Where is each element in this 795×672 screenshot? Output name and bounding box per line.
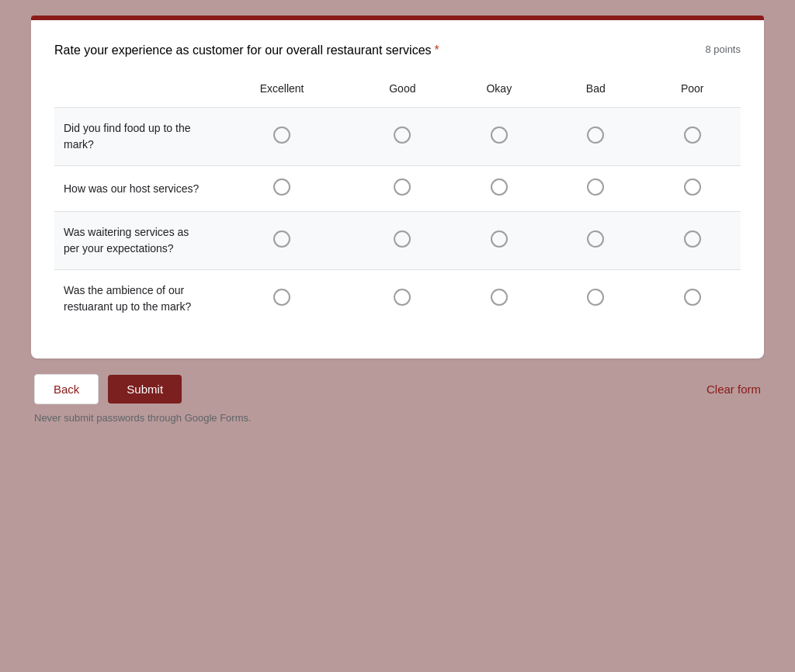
cell-row4-good[interactable] xyxy=(354,270,450,328)
row-label-row3: Was waitering services as per your expec… xyxy=(54,212,210,270)
radio-row1-poor[interactable] xyxy=(684,126,701,144)
radio-row3-bad[interactable] xyxy=(587,230,604,248)
table-row: Was waitering services as per your expec… xyxy=(54,212,741,270)
radio-row4-good[interactable] xyxy=(394,289,411,306)
radio-row2-okay[interactable] xyxy=(491,178,508,196)
question-title: Rate your experience as customer for our… xyxy=(54,43,439,57)
cell-row1-poor[interactable] xyxy=(644,108,741,166)
cell-row2-poor[interactable] xyxy=(644,166,741,212)
cell-row3-bad[interactable] xyxy=(547,212,644,270)
table-header-row: Excellent Good Okay Bad Poor xyxy=(54,76,741,108)
cell-row2-excellent[interactable] xyxy=(210,166,354,212)
radio-row1-excellent[interactable] xyxy=(273,126,290,144)
table-row: How was our host services? xyxy=(54,166,741,212)
cell-row1-excellent[interactable] xyxy=(210,108,354,166)
cell-row4-poor[interactable] xyxy=(644,270,741,328)
form-disclaimer: Never submit passwords through Google Fo… xyxy=(31,412,764,424)
row-label-row4: Was the ambience of our restuarant up to… xyxy=(54,270,210,328)
row-label-row2: How was our host services? xyxy=(54,166,210,212)
rating-table: Excellent Good Okay Bad Poor Did you fin… xyxy=(54,76,741,327)
col-header-excellent: Excellent xyxy=(210,76,354,108)
radio-row2-poor[interactable] xyxy=(684,178,701,196)
clear-form-button[interactable]: Clear form xyxy=(706,383,761,396)
cell-row3-poor[interactable] xyxy=(644,212,741,270)
radio-row2-excellent[interactable] xyxy=(273,178,290,196)
radio-row3-good[interactable] xyxy=(394,230,411,248)
cell-row1-good[interactable] xyxy=(354,108,450,166)
cell-row3-excellent[interactable] xyxy=(210,212,354,270)
cell-row1-okay[interactable] xyxy=(451,108,547,166)
radio-row2-bad[interactable] xyxy=(587,178,604,196)
radio-row1-bad[interactable] xyxy=(587,126,604,144)
radio-row2-good[interactable] xyxy=(394,178,411,196)
col-header-poor: Poor xyxy=(644,76,741,108)
radio-row4-poor[interactable] xyxy=(684,289,701,306)
col-header-okay: Okay xyxy=(451,76,547,108)
question-title-text: Rate your experience as customer for our… xyxy=(54,43,432,57)
back-button[interactable]: Back xyxy=(34,374,99,404)
radio-row3-okay[interactable] xyxy=(491,230,508,248)
survey-card: Rate your experience as customer for our… xyxy=(31,20,764,359)
col-header-bad: Bad xyxy=(547,76,644,108)
radio-row1-good[interactable] xyxy=(394,126,411,144)
cell-row4-okay[interactable] xyxy=(451,270,547,328)
footer-buttons: Back Submit xyxy=(34,374,182,404)
cell-row4-bad[interactable] xyxy=(547,270,644,328)
cell-row4-excellent[interactable] xyxy=(210,270,354,328)
radio-row4-excellent[interactable] xyxy=(273,289,290,306)
table-row: Was the ambience of our restuarant up to… xyxy=(54,270,741,328)
radio-row3-excellent[interactable] xyxy=(273,230,290,248)
cell-row2-good[interactable] xyxy=(354,166,450,212)
radio-row4-bad[interactable] xyxy=(587,289,604,306)
points-label: 8 points xyxy=(705,43,741,55)
cell-row3-okay[interactable] xyxy=(451,212,547,270)
cell-row2-bad[interactable] xyxy=(547,166,644,212)
submit-button[interactable]: Submit xyxy=(108,375,182,404)
cell-row2-okay[interactable] xyxy=(451,166,547,212)
row-label-header xyxy=(54,76,210,108)
footer-bar: Back Submit Clear form xyxy=(31,374,764,404)
cell-row3-good[interactable] xyxy=(354,212,450,270)
required-indicator: * xyxy=(435,43,439,57)
radio-row1-okay[interactable] xyxy=(491,126,508,144)
cell-row1-bad[interactable] xyxy=(547,108,644,166)
col-header-good: Good xyxy=(354,76,450,108)
table-row: Did you find food up to the mark? xyxy=(54,108,741,166)
row-label-row1: Did you find food up to the mark? xyxy=(54,108,210,166)
radio-row4-okay[interactable] xyxy=(491,289,508,306)
radio-row3-poor[interactable] xyxy=(684,230,701,248)
question-header: Rate your experience as customer for our… xyxy=(54,43,741,57)
